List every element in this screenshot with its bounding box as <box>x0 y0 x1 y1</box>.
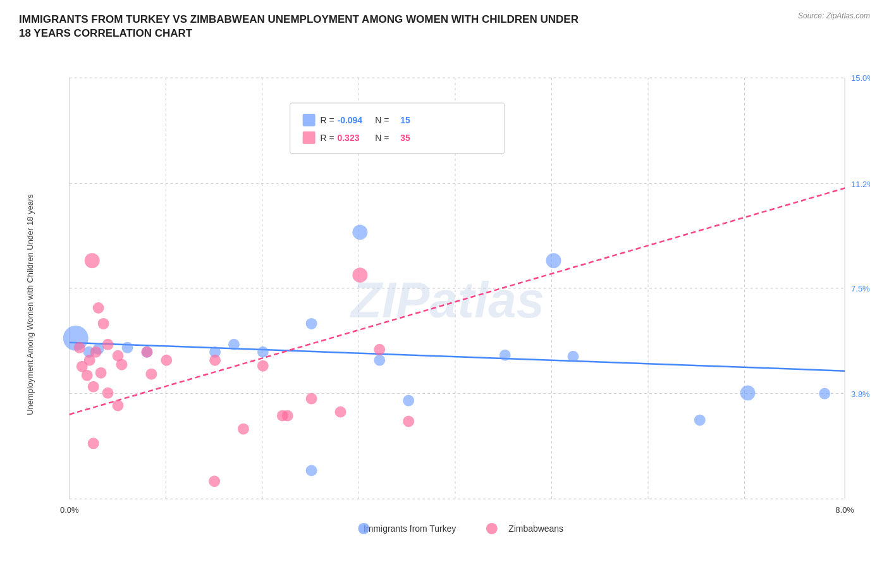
dot-zim-10 <box>98 318 109 329</box>
dot-zim-19 <box>161 355 172 366</box>
dot-zim-30 <box>403 416 414 427</box>
dot-turkey-18 <box>694 415 706 426</box>
x-legend-dot-turkey <box>358 523 369 534</box>
dot-zim-21 <box>257 360 269 372</box>
dot-zim-11 <box>102 339 114 350</box>
x-label-zimbabwe: Zimbabweans <box>508 524 563 534</box>
legend-r-val-zimbabwe: 0.323 <box>338 133 360 143</box>
x-legend-dot-zimbabwe <box>486 523 498 534</box>
dot-turkey-4 <box>122 342 133 353</box>
dot-zim-16 <box>88 438 99 450</box>
chart-svg: Unemployment Among Women with Children U… <box>19 46 870 564</box>
legend-n-val-zimbabwe: 35 <box>400 133 410 143</box>
dot-zim-25 <box>335 407 346 418</box>
dot-zim-7 <box>95 367 107 379</box>
y-tick-112: 11.2% <box>851 180 870 189</box>
dot-zim-15 <box>113 400 124 412</box>
dot-turkey-9 <box>306 318 317 329</box>
dot-turkey-17 <box>740 386 756 401</box>
y-axis-label: Unemployment Among Women with Children U… <box>25 194 35 415</box>
dot-zim-5 <box>88 381 99 393</box>
legend-n-label-zimbabwe: N = <box>375 133 389 143</box>
dot-zim-23 <box>282 410 293 422</box>
dot-turkey-10 <box>352 225 367 240</box>
dot-zim-8 <box>85 253 100 268</box>
y-tick-38: 3.8% <box>851 389 870 399</box>
legend-n-val-turkey: 15 <box>400 115 410 125</box>
dot-zim-24 <box>306 393 317 405</box>
dot-zim-29 <box>209 475 220 487</box>
dot-zim-6 <box>90 346 102 358</box>
dot-zim-13 <box>116 359 128 371</box>
dot-zim-18 <box>145 369 157 380</box>
dot-zim-17 <box>141 346 152 358</box>
x-label-turkey: Immigrants from Turkey <box>364 524 456 534</box>
legend-r-zimbabwe: R = <box>321 133 334 143</box>
chart-area: Unemployment Among Women with Children U… <box>19 46 870 564</box>
legend-n-label-turkey: N = <box>375 115 389 125</box>
dot-zim-3 <box>82 370 93 381</box>
dot-turkey-15 <box>567 351 579 362</box>
trend-line-turkey <box>70 343 845 371</box>
dot-zim-14 <box>102 388 114 399</box>
chart-title: IMMIGRANTS FROM TURKEY VS ZIMBABWEAN UNE… <box>19 13 588 40</box>
legend-r-turkey: R = <box>321 115 334 125</box>
page: IMMIGRANTS FROM TURKEY VS ZIMBABWEAN UNE… <box>0 0 889 588</box>
x-tick-8: 8.0% <box>835 505 854 515</box>
dot-turkey-7 <box>228 339 240 350</box>
legend-icon-zimbabwe <box>303 132 316 144</box>
dot-zim-1 <box>74 342 85 353</box>
dot-turkey-19 <box>819 388 830 400</box>
dot-turkey-8 <box>257 346 269 358</box>
y-tick-150: 15.0% <box>851 73 870 83</box>
dot-turkey-11 <box>374 355 385 366</box>
source-label: Source: ZipAtlas.com <box>798 11 870 20</box>
dot-turkey-14 <box>546 253 561 268</box>
watermark: ZIPatlas <box>350 272 544 328</box>
legend-box <box>290 103 505 154</box>
dot-zim-20 <box>209 355 221 366</box>
legend-icon-turkey <box>303 114 316 126</box>
y-tick-75: 7.5% <box>851 284 870 293</box>
dot-zim-28 <box>238 424 249 435</box>
dot-turkey-16 <box>306 465 317 476</box>
dot-zim-27 <box>374 344 385 355</box>
dot-zim-26 <box>352 267 367 283</box>
dot-turkey-13 <box>500 350 511 361</box>
x-tick-0: 0.0% <box>60 505 79 515</box>
dot-turkey-12 <box>403 395 414 407</box>
legend-r-val-turkey: -0.094 <box>338 115 363 125</box>
trend-line-zimbabwe <box>70 188 845 415</box>
dot-zim-9 <box>93 302 104 314</box>
